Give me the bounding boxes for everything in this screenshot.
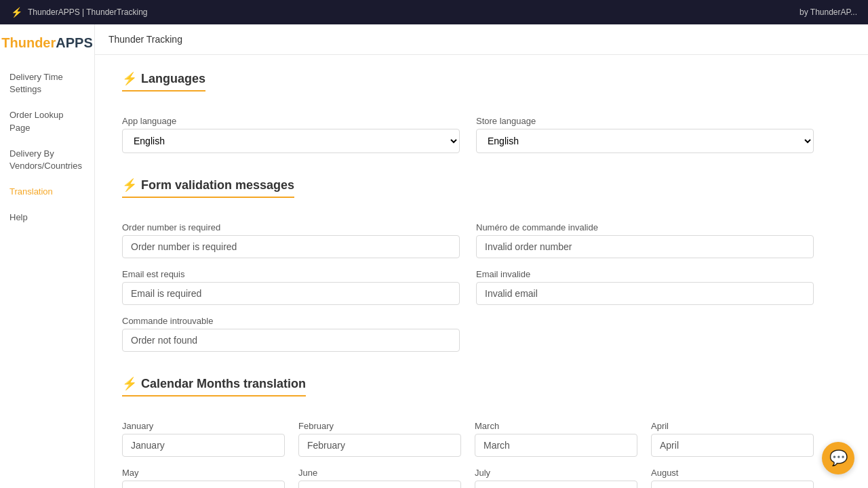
chat-icon: 💬 [829,449,848,467]
month-february-label: February [298,421,461,431]
sidebar-item-help[interactable]: Help [0,205,94,230]
app-language-group: App language English French Spanish Germ… [122,116,460,153]
sidebar-item-translation[interactable]: Translation [0,179,94,205]
month-february-input[interactable] [298,434,461,457]
month-june-label: June [298,468,461,478]
month-april: April [651,421,814,457]
month-april-input[interactable] [651,434,814,457]
email-invalid-label: Email invalide [476,269,814,279]
validation-row-3: Commande introuvable [122,316,814,352]
top-bar: ⚡ ThunderAPPS | ThunderTracking by Thund… [0,0,868,24]
email-invalid-group: Email invalide [476,269,814,305]
languages-title-wrap: ⚡ Languages [122,71,814,104]
lightning-icon-form: ⚡ [122,178,137,192]
order-invalid-label: Numéro de commande invalide [476,222,814,232]
form-validation-title-wrap: ⚡ Form validation messages [122,178,814,210]
email-required-group: Email est requis [122,269,460,305]
email-required-label: Email est requis [122,269,460,279]
month-march-label: March [475,421,637,431]
month-february: February [298,421,461,457]
form-validation-section: ⚡ Form validation messages Order number … [122,178,814,352]
chat-button[interactable]: 💬 [822,442,854,474]
form-validation-title: ⚡ Form validation messages [122,178,294,198]
sidebar-item-delivery-vendors[interactable]: Delivery By Vendors/Countries [0,141,94,179]
month-june-input[interactable] [298,481,461,488]
order-invalid-group: Numéro de commande invalide [476,222,814,258]
top-bar-app-name: ThunderAPPS | ThunderTracking [28,7,148,17]
order-not-found-label: Commande introuvable [122,316,460,326]
sidebar-item-delivery-time[interactable]: Delivery Time Settings [0,64,94,102]
validation-row-1: Order number is required Numéro de comma… [122,222,814,258]
lightning-icon-languages: ⚡ [122,71,137,86]
top-bar-logo-icon: ⚡ [11,7,22,18]
logo-apps: APPS [56,35,92,50]
content-area: ⚡ Languages App language English French … [95,55,841,488]
calendar-title: ⚡ Calendar Months translation [122,376,306,396]
store-language-group: Store language English French Spanish Ge… [476,116,814,153]
month-march: March [475,421,637,457]
sidebar: ThunderAPPS Delivery Time Settings Order… [0,24,95,488]
month-july-label: July [475,468,637,478]
top-bar-left: ⚡ ThunderAPPS | ThunderTracking [11,7,148,18]
languages-form-row: App language English French Spanish Germ… [122,116,814,153]
top-bar-by-text: by ThunderAP... [800,7,857,17]
month-august: August [651,468,814,488]
month-january-input[interactable] [122,434,285,457]
email-invalid-input[interactable] [476,282,814,305]
validation-row-2: Email est requis Email invalide [122,269,814,305]
month-may-input[interactable] [122,481,285,488]
month-august-label: August [651,468,814,478]
month-may: May [122,468,285,488]
month-june: June [298,468,461,488]
email-required-input[interactable] [122,282,460,305]
store-language-select[interactable]: English French Spanish German [476,129,814,153]
month-july-input[interactable] [475,481,637,488]
month-july: July [475,468,637,488]
order-not-found-group: Commande introuvable [122,316,460,352]
store-language-label: Store language [476,116,814,126]
calendar-title-wrap: ⚡ Calendar Months translation [122,376,814,409]
app-language-label: App language [122,116,460,126]
lightning-icon-calendar: ⚡ [122,376,137,391]
month-august-input[interactable] [651,481,814,488]
languages-section: ⚡ Languages App language English French … [122,71,814,153]
months-grid: January February March Apr [122,421,814,488]
sidebar-item-order-lookup[interactable]: Order Lookup Page [0,102,94,140]
order-invalid-input[interactable] [476,235,814,258]
app-language-select[interactable]: English French Spanish German [122,129,460,153]
calendar-months-section: ⚡ Calendar Months translation January Fe… [122,376,814,488]
sidebar-nav: Delivery Time Settings Order Lookup Page… [0,64,94,231]
order-required-label: Order number is required [122,222,460,232]
month-april-label: April [651,421,814,431]
month-may-label: May [122,468,285,478]
breadcrumb: Thunder Tracking [95,24,868,55]
logo-thunder: Thunder [1,35,56,50]
order-not-found-input[interactable] [122,329,460,352]
order-required-group: Order number is required [122,222,460,258]
month-january: January [122,421,285,457]
app-layout: ThunderAPPS Delivery Time Settings Order… [0,24,868,488]
languages-title: ⚡ Languages [122,71,205,92]
month-march-input[interactable] [475,434,637,457]
sidebar-logo: ThunderAPPS [0,35,101,51]
main-content: Thunder Tracking ⚡ Languages App languag… [95,24,868,488]
order-required-input[interactable] [122,235,460,258]
month-january-label: January [122,421,285,431]
